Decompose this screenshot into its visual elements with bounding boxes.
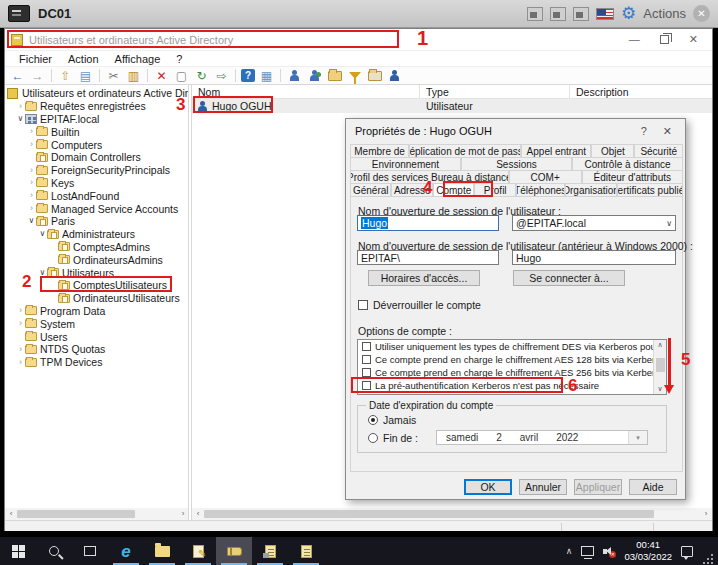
help-button[interactable]: Aide bbox=[629, 479, 677, 495]
vm-window-button-3[interactable] bbox=[573, 7, 589, 21]
tab-profil[interactable]: Profil bbox=[474, 183, 515, 196]
tray-chevron-icon[interactable]: ∧ bbox=[566, 546, 573, 556]
checkbox-icon[interactable] bbox=[362, 342, 371, 351]
list-row-hugo[interactable]: Hugo OGUH Utilisateur bbox=[192, 99, 712, 113]
help-icon[interactable]: ? bbox=[241, 69, 255, 82]
option-aes128[interactable]: Ce compte prend en charge le chiffrement… bbox=[358, 353, 666, 366]
new-ou-icon[interactable] bbox=[328, 71, 342, 81]
set-user-icon[interactable] bbox=[388, 69, 401, 82]
delete-icon[interactable]: ✕ bbox=[153, 68, 170, 83]
cut-icon[interactable]: ✂ bbox=[105, 68, 122, 83]
tree-item-users[interactable]: Users bbox=[5, 330, 188, 343]
chevron-right-icon[interactable]: › bbox=[27, 166, 36, 175]
forward-icon[interactable]: → bbox=[29, 68, 46, 83]
tree-item-administrateurs[interactable]: ∨Administrateurs bbox=[5, 228, 188, 241]
refresh-icon[interactable]: ↻ bbox=[193, 68, 210, 83]
tree-item-root[interactable]: Utilisateurs et ordinateurs Active Direc… bbox=[5, 87, 188, 100]
scrollbar-thumb[interactable] bbox=[17, 510, 135, 518]
radio-icon[interactable] bbox=[368, 433, 378, 443]
chevron-right-icon[interactable]: › bbox=[27, 204, 36, 213]
ok-button[interactable]: OK bbox=[464, 479, 512, 495]
export-list-icon[interactable]: ⇨ bbox=[213, 68, 230, 83]
chart-window-icon[interactable]: ▦ bbox=[258, 68, 275, 83]
restore-icon[interactable] bbox=[660, 35, 669, 44]
vm-window-button-2[interactable] bbox=[550, 7, 566, 21]
tab-membre-de[interactable]: Membre de bbox=[350, 144, 409, 157]
menu-action[interactable]: Action bbox=[60, 53, 107, 65]
scrollbar-thumb[interactable] bbox=[204, 510, 654, 518]
menu-fichier[interactable]: Fichier bbox=[11, 53, 60, 65]
find-icon[interactable] bbox=[368, 71, 382, 81]
tree-item-ntdsquotas[interactable]: ›NTDS Quotas bbox=[5, 343, 188, 356]
tab-telephones[interactable]: Téléphones bbox=[516, 183, 565, 196]
chevron-down-icon[interactable]: ∨ bbox=[38, 269, 47, 277]
speaker-muted-icon[interactable]: ✕ bbox=[603, 546, 615, 557]
up-level-icon[interactable]: ⇧ bbox=[57, 68, 74, 83]
taskbar-script-2[interactable] bbox=[288, 537, 324, 565]
scroll-left-icon[interactable]: ‹ bbox=[192, 510, 204, 518]
tree-item-system[interactable]: ›System bbox=[5, 317, 188, 330]
tree-item-computers[interactable]: ›Computers bbox=[5, 138, 188, 151]
paste-icon[interactable]: ▥ bbox=[125, 68, 142, 83]
tree-item-comptesadmins[interactable]: ComptesAdmins bbox=[5, 241, 188, 254]
chevron-right-icon[interactable]: › bbox=[16, 319, 25, 328]
chevron-right-icon[interactable]: › bbox=[16, 358, 25, 367]
tree-item-epitaf[interactable]: ∨EPITAF.local bbox=[5, 113, 188, 126]
expiry-end-radio[interactable]: Fin de : bbox=[368, 432, 418, 444]
taskbar-search[interactable] bbox=[36, 537, 72, 565]
network-icon[interactable] bbox=[581, 546, 594, 556]
minimize-icon[interactable]: — bbox=[629, 34, 640, 45]
cancel-button[interactable]: Annuler bbox=[519, 479, 567, 495]
filter-icon[interactable] bbox=[349, 72, 361, 79]
scrollbar-thumb[interactable] bbox=[656, 358, 665, 372]
tree-horizontal-scrollbar[interactable]: ‹ › bbox=[5, 508, 189, 520]
checkbox-icon[interactable] bbox=[362, 368, 371, 377]
unlock-account-checkbox[interactable]: Déverrouiller le compte bbox=[358, 299, 481, 311]
new-group-icon[interactable] bbox=[308, 69, 321, 82]
chevron-right-icon[interactable]: › bbox=[27, 178, 36, 187]
action-center-icon[interactable] bbox=[681, 546, 693, 557]
tab-compte[interactable]: Compte bbox=[433, 183, 474, 196]
tab-objet[interactable]: Objet bbox=[591, 144, 634, 157]
pre2000-domain-input[interactable]: EPITAF\ bbox=[357, 250, 499, 265]
vm-window-button-1[interactable] bbox=[527, 7, 543, 21]
taskbar-clock[interactable]: 00:41 03/03/2022 bbox=[624, 539, 672, 563]
tab-securite[interactable]: Sécurité bbox=[634, 144, 683, 157]
back-icon[interactable]: ← bbox=[9, 68, 26, 83]
tab-general[interactable]: Général bbox=[350, 183, 391, 196]
domain-suffix-combo[interactable]: @EPITAF.local∨ bbox=[512, 215, 676, 231]
list-horizontal-scrollbar[interactable]: ‹ › bbox=[192, 508, 712, 520]
tree-item-msa[interactable]: ›Managed Service Accounts bbox=[5, 202, 188, 215]
chevron-down-icon[interactable]: ∨ bbox=[38, 230, 47, 238]
column-nom[interactable]: Nom bbox=[192, 85, 420, 98]
scroll-up-icon[interactable]: ∧ bbox=[657, 340, 662, 350]
tab-certificats[interactable]: Certificats publiés bbox=[617, 183, 683, 196]
dialog-help-icon[interactable]: ? bbox=[641, 125, 647, 138]
vm-close-icon[interactable]: ✕ bbox=[693, 5, 710, 22]
chevron-right-icon[interactable]: › bbox=[27, 140, 36, 149]
tab-controle-distance[interactable]: Contrôle à distance bbox=[572, 157, 683, 170]
start-button[interactable] bbox=[0, 537, 36, 565]
column-type[interactable]: Type bbox=[420, 85, 570, 98]
keyboard-layout-flag-icon[interactable] bbox=[596, 8, 614, 20]
tree-item-ordinateursadmins[interactable]: OrdinateursAdmins bbox=[5, 253, 188, 266]
expiry-date-picker[interactable]: samedi 2 avril 2022 ▾ bbox=[436, 430, 648, 445]
column-description[interactable]: Description bbox=[570, 85, 712, 98]
option-aes256[interactable]: Ce compte prend en charge le chiffrement… bbox=[358, 366, 666, 379]
new-user-icon[interactable] bbox=[288, 69, 301, 82]
tree-item-ordinateursutilisateurs[interactable]: OrdinateursUtilisateurs bbox=[5, 292, 188, 305]
taskbar-ie[interactable]: e bbox=[108, 537, 144, 565]
tree-item-keys[interactable]: ›Keys bbox=[5, 177, 188, 190]
task-view-button[interactable] bbox=[72, 537, 108, 565]
checkbox-icon[interactable] bbox=[362, 355, 371, 364]
taskbar-doc-editor[interactable] bbox=[180, 537, 216, 565]
apply-button[interactable]: Appliquer bbox=[574, 479, 622, 495]
taskbar-script-1[interactable] bbox=[252, 537, 288, 565]
close-icon[interactable]: ✕ bbox=[689, 34, 698, 45]
logon-to-button[interactable]: Se connecter à... bbox=[513, 270, 625, 286]
menu-affichage[interactable]: Affichage bbox=[107, 53, 169, 65]
tree-item-paris[interactable]: ∨Paris bbox=[5, 215, 188, 228]
chevron-down-icon[interactable]: ∨ bbox=[16, 115, 25, 123]
tree-item-foreignsecurity[interactable]: ›ForeignSecurityPrincipals bbox=[5, 164, 188, 177]
actions-menu[interactable]: Actions bbox=[643, 6, 686, 21]
